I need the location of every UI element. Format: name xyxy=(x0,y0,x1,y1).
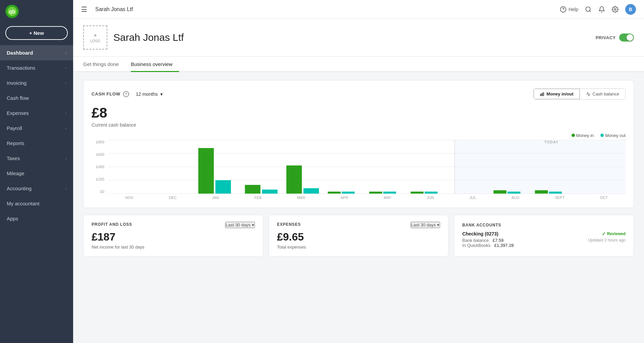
sidebar-item-transactions[interactable]: Transactions › xyxy=(0,60,73,75)
chart-bars-area: £800 £600 £400 £200 £0 xyxy=(92,140,626,194)
bank-balance-row: Bank balance £7.59 xyxy=(462,238,514,243)
bar-may-in xyxy=(369,192,382,194)
bar-mar-out xyxy=(304,188,319,194)
chart-svg xyxy=(108,140,626,194)
company-logo-upload[interactable]: + LOGO xyxy=(83,25,107,50)
bar-feb-out xyxy=(262,190,277,194)
cash-balance-button[interactable]: Cash balance xyxy=(580,89,626,99)
x-label-nov: NOV xyxy=(125,196,133,200)
bar-jan-out xyxy=(215,180,231,194)
sidebar-item-myaccountant[interactable]: My accountant xyxy=(0,196,73,211)
x-label-dec: DEC xyxy=(169,196,176,200)
logo-placeholder-text: LOGO xyxy=(91,39,100,43)
settings-button[interactable] xyxy=(612,6,619,13)
topbar: ☰ Sarah Jonas Ltf Help B xyxy=(73,0,644,19)
x-label-may: MAY xyxy=(384,196,391,200)
expenses-period-select[interactable]: Last 30 days ▾ xyxy=(411,222,440,228)
cashflow-amount: £8 xyxy=(92,105,626,121)
tab-getthingsdone[interactable]: Get things done xyxy=(83,57,125,72)
bank-updated: Updated 2 hours ago xyxy=(588,238,626,248)
y-label: £200 xyxy=(92,177,104,181)
sidebar-logo-area: qb xyxy=(0,0,73,23)
svg-point-7 xyxy=(614,8,616,10)
bank-balance-value: £7.59 xyxy=(493,238,504,243)
x-label-jun: JUN xyxy=(427,196,434,200)
x-label-aug: AUG xyxy=(512,196,520,200)
sidebar-item-reports[interactable]: Reports xyxy=(0,136,73,151)
cashflow-title: CASH FLOW ? xyxy=(92,91,129,97)
gear-icon xyxy=(612,6,619,13)
check-circle-icon: ✓ xyxy=(602,231,606,236)
avatar[interactable]: B xyxy=(625,4,636,15)
cashflow-period-select[interactable]: 12 months ▾ xyxy=(133,90,165,98)
help-button[interactable]: Help xyxy=(560,6,578,13)
topbar-title: Sarah Jonas Ltf xyxy=(95,6,554,12)
new-button[interactable]: + New xyxy=(5,26,68,40)
inqb-label: In QuickBooks xyxy=(462,243,490,248)
sidebar-item-label: Transactions xyxy=(7,65,35,71)
x-axis: NOV DEC JAN FEB MAR APR MAY JUN JUL AUG … xyxy=(92,196,626,200)
bar-may-out xyxy=(383,192,396,194)
sidebar-item-payroll[interactable]: Payroll › xyxy=(0,121,73,136)
x-label-sept: SEPT xyxy=(555,196,565,200)
chevron-down-icon: ▾ xyxy=(160,91,163,97)
bell-icon xyxy=(598,6,605,13)
profit-loss-period-select[interactable]: Last 30 days ▾ xyxy=(225,222,255,228)
quickbooks-logo-icon: qb xyxy=(5,5,19,18)
privacy-toggle-switch[interactable] xyxy=(619,33,634,42)
bar-feb-in xyxy=(245,185,260,194)
svg-rect-16 xyxy=(454,140,626,194)
sidebar-item-expenses[interactable]: Expenses › xyxy=(0,106,73,121)
svg-text:qb: qb xyxy=(9,9,15,14)
chevron-right-icon: › xyxy=(65,51,66,55)
x-label-jul: JUL xyxy=(470,196,476,200)
menu-toggle-icon[interactable]: ☰ xyxy=(81,5,87,13)
sidebar-item-label: Mileage xyxy=(7,170,24,176)
privacy-toggle-area: PRIVACY xyxy=(596,33,634,42)
svg-rect-10 xyxy=(543,92,544,95)
bank-details: Bank balance £7.59 In QuickBooks £1,397.… xyxy=(462,238,626,248)
cashflow-card: CASH FLOW ? 12 months ▾ Money in/out xyxy=(83,80,634,208)
cashflow-view-toggle: Money in/out Cash balance xyxy=(533,88,626,99)
expenses-header: EXPENSES Last 30 days ▾ xyxy=(277,222,440,228)
toggle-thumb xyxy=(627,34,633,41)
sidebar-item-invoicing[interactable]: Invoicing › xyxy=(0,75,73,90)
bar-jun-in xyxy=(411,192,424,194)
sidebar-item-apps[interactable]: Apps xyxy=(0,211,73,226)
topbar-icons: Help B xyxy=(560,4,636,15)
sidebar-item-accounting[interactable]: Accounting › xyxy=(0,181,73,196)
bank-account-name: Checking (0273) xyxy=(462,231,498,236)
expenses-period-label: Last 30 days xyxy=(411,222,436,227)
sidebar-item-cashflow[interactable]: Cash flow xyxy=(0,90,73,106)
content-area: + LOGO Sarah Jonas Ltf PRIVACY Get thing… xyxy=(73,19,644,343)
profit-loss-card: PROFIT AND LOSS Last 30 days ▾ £187 Net … xyxy=(83,215,263,257)
reviewed-badge: ✓ Reviewed xyxy=(602,231,626,236)
bar-aug-in xyxy=(493,190,506,194)
y-axis: £800 £600 £400 £200 £0 xyxy=(92,140,106,194)
bottom-cards-row: PROFIT AND LOSS Last 30 days ▾ £187 Net … xyxy=(83,215,634,257)
bar-sep-in xyxy=(535,190,548,194)
bank-accounts-title: BANK ACCOUNTS xyxy=(462,223,501,227)
x-label-jan: JAN xyxy=(212,196,219,200)
sidebar-item-taxes[interactable]: Taxes › xyxy=(0,151,73,166)
cashflow-help-icon[interactable]: ? xyxy=(123,91,129,97)
tab-businessoverview[interactable]: Business overview xyxy=(131,57,179,72)
bar-apr-in xyxy=(328,192,341,194)
sidebar-item-mileage[interactable]: Mileage xyxy=(0,166,73,181)
money-inout-button[interactable]: Money in/out xyxy=(534,89,580,99)
y-label: £600 xyxy=(92,152,104,156)
sidebar-item-dashboard[interactable]: Dashboard › xyxy=(0,45,73,60)
bank-balance-label: Bank balance xyxy=(462,238,489,243)
profit-loss-amount: £187 xyxy=(92,231,255,243)
profit-loss-period-label: Last 30 days xyxy=(226,222,251,227)
profit-loss-title: PROFIT AND LOSS xyxy=(92,222,132,227)
chevron-right-icon: › xyxy=(65,66,66,70)
bar-sep-out xyxy=(549,192,562,194)
dashboard-content: CASH FLOW ? 12 months ▾ Money in/out xyxy=(73,72,644,265)
chevron-right-icon: › xyxy=(65,111,66,115)
profit-loss-header: PROFIT AND LOSS Last 30 days ▾ xyxy=(92,222,255,228)
reviewed-label: Reviewed xyxy=(607,231,626,236)
notifications-button[interactable] xyxy=(598,6,605,13)
search-button[interactable] xyxy=(585,6,592,13)
help-label: Help xyxy=(569,7,578,12)
